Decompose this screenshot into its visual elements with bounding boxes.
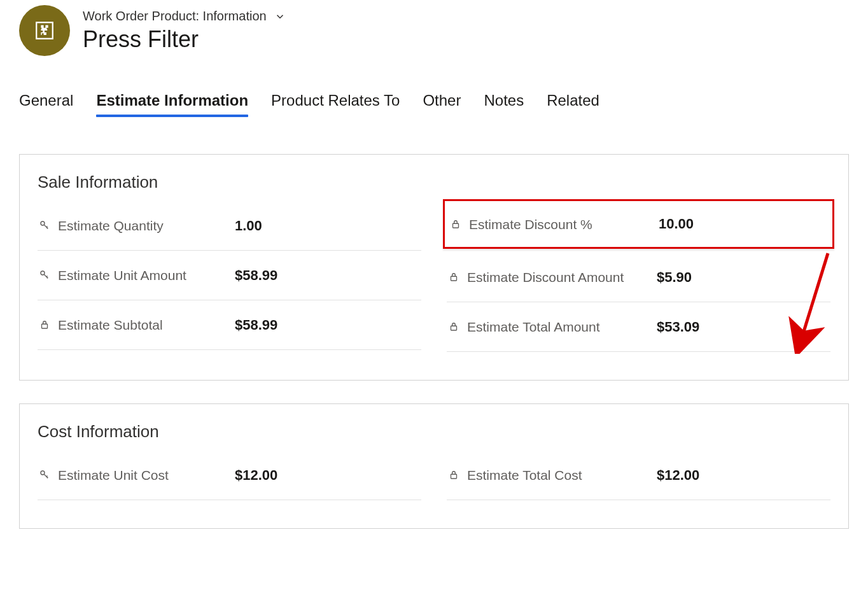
svg-rect-3 <box>42 325 48 329</box>
key-icon <box>38 267 52 281</box>
svg-point-1 <box>41 221 45 225</box>
svg-point-2 <box>41 271 45 275</box>
field-estimate-discount-percent: Estimate Discount % 10.00 <box>443 199 834 249</box>
field-label: Estimate Unit Amount <box>58 267 186 284</box>
lock-icon <box>447 269 461 283</box>
form-selector-label[interactable]: Work Order Product: Information <box>83 9 267 24</box>
field-label: Estimate Subtotal <box>58 316 163 334</box>
record-title: Press Filter <box>83 26 286 53</box>
svg-rect-9 <box>451 475 457 479</box>
key-icon <box>38 466 52 480</box>
field-value: $58.99 <box>228 267 277 284</box>
lock-icon <box>447 466 461 480</box>
tab-estimate-information[interactable]: Estimate Information <box>96 92 248 116</box>
record-header: Work Order Product: Information Press Fi… <box>19 0 849 56</box>
tab-other[interactable]: Other <box>423 92 461 116</box>
field-label: Estimate Total Amount <box>467 318 600 336</box>
lock-icon <box>449 216 463 230</box>
chevron-down-icon[interactable] <box>274 11 286 22</box>
svg-point-8 <box>41 471 45 475</box>
tab-related[interactable]: Related <box>547 92 599 116</box>
field-value: 1.00 <box>228 218 262 234</box>
form-tabs: General Estimate Information Product Rel… <box>19 92 849 116</box>
svg-rect-4 <box>453 223 459 228</box>
lock-icon <box>38 316 52 330</box>
field-estimate-unit-amount[interactable]: Estimate Unit Amount $58.99 <box>38 251 421 300</box>
field-estimate-total-cost: Estimate Total Cost $12.00 <box>447 451 830 500</box>
field-value: $5.90 <box>650 269 692 286</box>
field-value: $12.00 <box>228 467 277 484</box>
svg-rect-5 <box>451 277 457 281</box>
field-estimate-quantity[interactable]: Estimate Quantity 1.00 <box>38 201 421 251</box>
field-label: Estimate Unit Cost <box>58 466 169 484</box>
field-value: $58.99 <box>228 317 277 333</box>
field-label: Estimate Discount Amount <box>467 269 624 286</box>
field-label: Estimate Discount % <box>469 216 592 234</box>
field-estimate-unit-cost[interactable]: Estimate Unit Cost $12.00 <box>38 451 421 500</box>
field-estimate-discount-amount: Estimate Discount Amount $5.90 <box>447 253 830 302</box>
field-estimate-total-amount: Estimate Total Amount $53.09 <box>447 302 830 352</box>
tab-general[interactable]: General <box>19 92 73 116</box>
section-title: Sale Information <box>38 172 830 192</box>
field-value: $12.00 <box>650 467 699 484</box>
field-label: Estimate Quantity <box>58 217 164 235</box>
field-estimate-subtotal: Estimate Subtotal $58.99 <box>38 300 421 350</box>
section-title: Cost Information <box>38 422 830 442</box>
svg-rect-6 <box>451 326 457 331</box>
tab-product-relates-to[interactable]: Product Relates To <box>271 92 400 116</box>
section-sale-information: Sale Information Estimate Quantity 1.00 <box>19 154 849 381</box>
key-icon <box>38 217 52 231</box>
entity-icon <box>19 5 70 56</box>
field-value: $53.09 <box>650 319 699 335</box>
section-cost-information: Cost Information Estimate Unit Cost $12.… <box>19 403 849 529</box>
lock-icon <box>447 318 461 332</box>
field-label: Estimate Total Cost <box>467 466 582 484</box>
tab-notes[interactable]: Notes <box>484 92 524 116</box>
field-value: 10.00 <box>652 216 694 232</box>
